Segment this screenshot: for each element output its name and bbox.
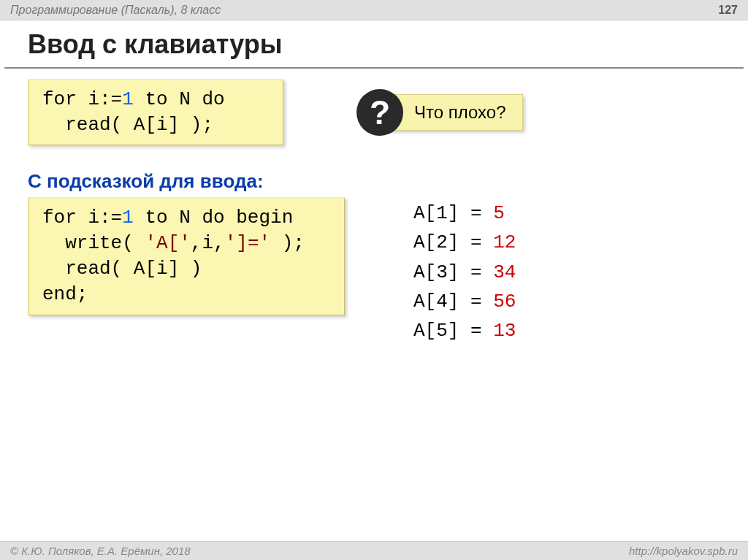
code-line: for i:=1 to N do [42, 87, 270, 112]
footer-authors: © К.Ю. Поляков, Е.А. Ерёмин, 2018 [10, 545, 191, 557]
footer-url: http://kpolyakov.spb.ru [629, 545, 738, 557]
output-line: A[5] = 13 [413, 316, 516, 345]
slide-title: Ввод с клавиатуры [0, 20, 748, 67]
sample-output: A[1] = 5 A[2] = 12 A[3] = 34 A[4] = 56 A… [413, 197, 516, 345]
page-number: 127 [718, 4, 738, 17]
output-line: A[4] = 56 [413, 287, 516, 316]
subheading: С подсказкой для ввода: [28, 170, 720, 193]
course-name: Программирование (Паскаль), 8 класс [10, 4, 221, 17]
code-line: read( A[i] ); [42, 112, 270, 138]
code-block-simple: for i:=1 to N do read( A[i] ); [28, 79, 283, 145]
code-block-prompt: for i:=1 to N do begin write( 'A[',i,']=… [28, 197, 345, 315]
question-mark-icon: ? [356, 89, 403, 136]
code-line: end; [42, 282, 331, 307]
title-divider [4, 67, 744, 69]
output-line: A[3] = 34 [413, 258, 516, 287]
callout-text: Что плохо? [389, 94, 523, 131]
question-callout: ? Что плохо? [356, 89, 523, 136]
output-line: A[2] = 12 [413, 228, 516, 257]
output-line: A[1] = 5 [413, 199, 516, 228]
code-line: for i:=1 to N do begin [42, 205, 331, 231]
code-line: read( A[i] ) [42, 256, 331, 282]
slide-header: Программирование (Паскаль), 8 класс 127 [0, 0, 748, 20]
code-line: write( 'A[',i,']=' ); [42, 231, 331, 256]
slide-footer: © К.Ю. Поляков, Е.А. Ерёмин, 2018 http:/… [0, 541, 748, 560]
